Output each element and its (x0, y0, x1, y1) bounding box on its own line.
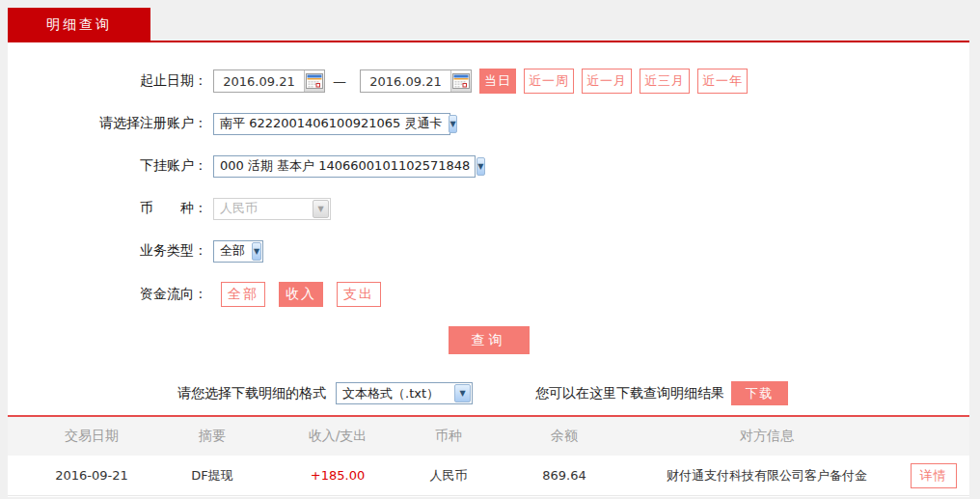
sub-account-row: 下挂账户： 000 活期 基本户 1406600101102571848 ▼ (8, 154, 969, 178)
quick-range-week-button[interactable]: 近一周 (524, 69, 574, 94)
date-range-label: 起止日期： (8, 72, 207, 90)
date-range-row: 起止日期： 2016.09.21 (8, 69, 969, 93)
column-header-summary: 摘要 (154, 428, 270, 445)
cell-counterparty: 财付通支付科技有限公司客户备付金 (637, 467, 897, 485)
registered-account-select[interactable]: 南平 6222001406100921065 灵通卡 ▼ (213, 113, 450, 135)
download-button[interactable]: 下载 (731, 381, 788, 405)
registered-account-label: 请选择注册账户： (8, 115, 207, 132)
business-type-row: 业务类型： 全部 ▼ (8, 239, 969, 263)
download-hint: 您可以在这里下载查询明细结果 (535, 385, 724, 402)
currency-label: 币 种： (8, 200, 207, 217)
calendar-icon[interactable] (304, 70, 324, 92)
quick-range-month-button[interactable]: 近一月 (582, 69, 632, 94)
tab-label: 明细查询 (46, 16, 112, 34)
cell-summary: DF提现 (154, 467, 270, 485)
date-range-separator: — (333, 73, 346, 89)
column-header-currency: 币种 (405, 428, 492, 445)
fund-flow-label: 资金流向： (8, 286, 207, 303)
quick-range-today-button[interactable]: 当日 (479, 69, 516, 94)
fund-flow-button-label: 支出 (343, 286, 374, 303)
table-header-row: 交易日期 摘要 收入/支出 币种 余额 对方信息 (8, 417, 969, 456)
download-format-label: 请您选择下载明细的格式 (177, 385, 326, 402)
results-table: 交易日期 摘要 收入/支出 币种 余额 对方信息 2016-09-21 DF提现… (8, 415, 969, 496)
business-type-value: 全部 (214, 241, 251, 262)
registered-account-row: 请选择注册账户： 南平 6222001406100921065 灵通卡 ▼ (8, 112, 969, 135)
currency-row: 币 种： 人民币 ▼ (8, 197, 969, 220)
column-header-amount: 收入/支出 (270, 428, 405, 445)
fund-flow-income-button[interactable]: 收入 (279, 282, 323, 307)
detail-button[interactable]: 详情 (911, 463, 957, 488)
sub-account-label: 下挂账户： (8, 157, 207, 175)
chevron-down-icon: ▼ (313, 200, 329, 218)
query-button[interactable]: 查询 (449, 326, 530, 354)
end-date-value: 2016.09.21 (361, 74, 450, 89)
cell-currency: 人民币 (405, 467, 492, 485)
query-form: 起止日期： 2016.09.21 (8, 42, 969, 497)
column-header-balance: 余额 (492, 428, 637, 445)
quick-range-label: 近一月 (586, 72, 627, 90)
column-header-date: 交易日期 (29, 428, 154, 445)
fund-flow-button-label: 收入 (286, 286, 316, 303)
table-row: 2016-09-21 DF提现 +185.00 人民币 869.64 财付通支付… (8, 456, 969, 496)
quick-range-label: 近一周 (529, 72, 569, 90)
column-header-counterparty: 对方信息 (637, 428, 897, 445)
cell-balance: 869.64 (492, 468, 637, 483)
start-date-value: 2016.09.21 (214, 74, 304, 89)
chevron-down-icon: ▼ (449, 115, 456, 133)
download-row: 请您选择下载明细的格式 文本格式（.txt） ▼ 您可以在这里下载查询明细结果 … (8, 381, 969, 405)
fund-flow-button-label: 全部 (228, 286, 259, 303)
download-format-value: 文本格式（.txt） (337, 383, 453, 403)
chevron-down-icon: ▼ (454, 384, 471, 402)
chevron-down-icon: ▼ (476, 157, 484, 176)
business-type-select[interactable]: 全部 ▼ (213, 240, 263, 263)
currency-select: 人民币 ▼ (213, 198, 331, 220)
quick-range-label: 近一年 (702, 72, 743, 90)
fund-flow-row: 资金流向： 全部 收入 支出 (8, 282, 969, 307)
tab-detail-query[interactable]: 明细查询 (8, 8, 150, 42)
start-date-input[interactable]: 2016.09.21 (213, 69, 325, 93)
calendar-icon[interactable] (450, 70, 471, 92)
chevron-down-icon: ▼ (252, 242, 261, 261)
tab-bar: 明细查询 (8, 8, 969, 42)
sub-account-value: 000 活期 基本户 1406600101102571848 (214, 156, 476, 177)
quick-range-3months-button[interactable]: 近三月 (640, 69, 690, 94)
business-type-label: 业务类型： (8, 242, 207, 260)
end-date-input[interactable]: 2016.09.21 (360, 69, 472, 93)
fund-flow-expense-button[interactable]: 支出 (337, 282, 381, 307)
detail-query-panel: 明细查询 起止日期： 2016.09.21 (8, 8, 969, 499)
fund-flow-all-button[interactable]: 全部 (221, 282, 265, 307)
quick-range-label: 当日 (484, 72, 511, 90)
cell-amount: +185.00 (270, 468, 405, 483)
download-format-select[interactable]: 文本格式（.txt） ▼ (336, 382, 473, 404)
sub-account-select[interactable]: 000 活期 基本户 1406600101102571848 ▼ (213, 155, 476, 178)
registered-account-value: 南平 6222001406100921065 灵通卡 (214, 114, 448, 134)
quick-range-year-button[interactable]: 近一年 (697, 69, 748, 94)
cell-date: 2016-09-21 (29, 468, 154, 483)
currency-value: 人民币 (214, 199, 312, 219)
quick-range-label: 近三月 (644, 72, 685, 90)
